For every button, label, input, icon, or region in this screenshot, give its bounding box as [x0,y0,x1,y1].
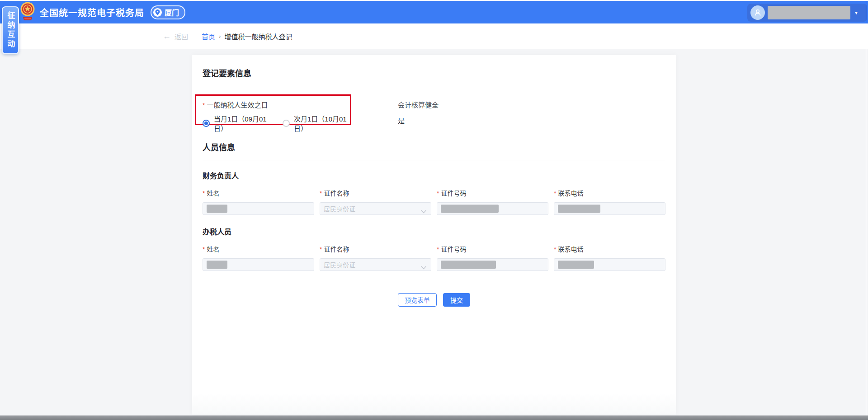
breadcrumb-current: 增值税一般纳税人登记 [224,32,292,41]
side-tab-interaction[interactable]: 征纳互动 [2,6,19,54]
radio-selected-icon [203,120,210,127]
id-type-select-disabled: 居民身份证 [320,258,431,271]
tax-clerk-fields: *姓名 *证件名称 居民身份证 *证件号码 *联系电话 [203,244,665,271]
back-arrow-icon[interactable]: ← [163,32,171,41]
app-title: 全国统一规范电子税务局 [40,6,144,19]
section-title-registration-elements: 登记要素信息 [203,67,665,79]
id-number-input-disabled [437,258,548,271]
name-label: *姓名 [203,188,314,197]
name-input-disabled [203,258,314,271]
effective-date-radio-group: 当月1日（09月01日） 次月1日（10月01日） [203,114,350,133]
value-redacted [558,205,600,213]
bottom-bar [0,415,868,420]
section-divider [203,86,665,86]
location-pin-icon [153,8,162,17]
value-redacted [558,261,594,269]
user-avatar-icon [750,5,765,20]
id-type-select-disabled: 居民身份证 [320,202,431,215]
section-divider [203,160,665,160]
phone-label: *联系电话 [554,244,665,253]
accounting-sound-value: 是 [398,116,665,125]
accounting-sound-label: 会计核算健全 [398,100,665,109]
registration-form-card: 登记要素信息 *一般纳税人生效之日 当月1日（09月01日） 次月1日（10月0… [192,55,676,415]
id-number-label: *证件号码 [437,244,548,253]
phone-label: *联系电话 [554,188,665,197]
preview-form-button[interactable]: 预览表单 [398,293,437,307]
group-title-tax-clerk: 办税人员 [203,226,665,237]
radio-option-label: 次月1日（10月01日） [294,114,350,133]
id-number-input-disabled [437,202,548,215]
id-type-label: *证件名称 [320,244,431,253]
radio-unselected-icon [283,120,290,127]
user-menu[interactable]: ▼ [747,4,867,22]
chevron-down-icon [421,263,426,271]
effective-date-label: *一般纳税人生效之日 [203,100,350,109]
tax-emblem-logo [20,2,35,23]
side-tab-label: 征纳互动 [5,11,16,49]
back-button[interactable]: 返回 [175,32,188,41]
value-redacted [441,261,496,269]
username-redacted [768,6,850,19]
required-asterisk: * [203,102,205,109]
section-title-personnel: 人员信息 [203,141,665,153]
location-label: 厦门 [165,7,179,18]
location-badge[interactable]: 厦门 [151,5,185,19]
submit-button[interactable]: 提交 [443,293,470,307]
breadcrumb-home-link[interactable]: 首页 [202,32,215,41]
id-number-label: *证件号码 [437,188,548,197]
breadcrumb: ← 返回 首页 › 增值税一般纳税人登记 [0,23,868,49]
window-edge-line [866,0,866,415]
value-redacted [441,205,499,213]
select-value: 居民身份证 [324,260,355,269]
caret-down-icon: ▼ [854,10,859,15]
radio-option-next-month[interactable]: 次月1日（10月01日） [283,114,350,133]
phone-input-disabled [554,258,665,271]
id-type-label: *证件名称 [320,188,431,197]
highlight-red-box: *一般纳税人生效之日 当月1日（09月01日） 次月1日（10月01日） [195,94,351,125]
name-input-disabled [203,202,314,215]
chevron-down-icon [421,207,426,215]
value-redacted [207,205,227,213]
group-title-finance-officer: 财务负责人 [203,170,665,181]
radio-option-label: 当月1日（09月01日） [214,114,270,133]
phone-input-disabled [554,202,665,215]
name-label: *姓名 [203,244,314,253]
select-value: 居民身份证 [324,204,355,213]
finance-officer-fields: *姓名 *证件名称 居民身份证 *证件号码 *联系电话 [203,188,665,215]
value-redacted [207,261,227,269]
radio-option-current-month[interactable]: 当月1日（09月01日） [203,114,270,133]
app-header: 全国统一规范电子税务局 厦门 ▼ [0,1,868,23]
breadcrumb-separator-icon: › [219,33,221,40]
